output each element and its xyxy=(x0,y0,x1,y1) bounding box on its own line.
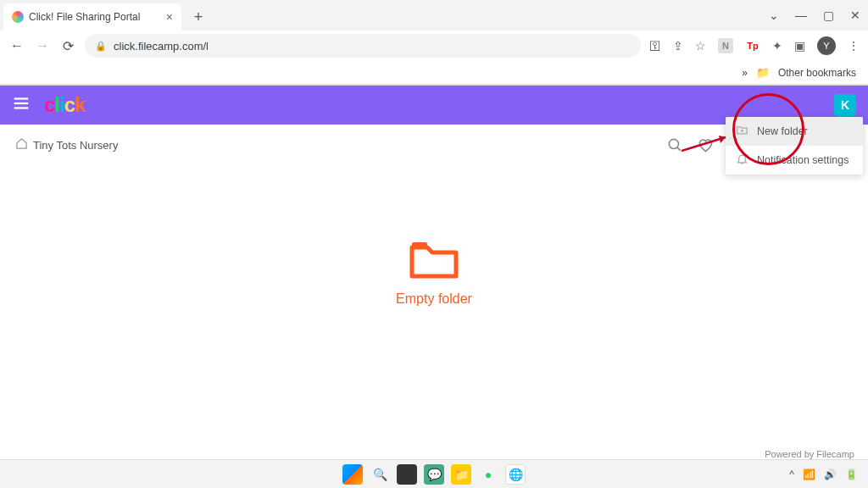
minimize-icon[interactable]: — xyxy=(795,8,807,22)
search-taskbar-icon[interactable]: 🔍 xyxy=(370,464,390,485)
browser-tab[interactable]: Click! File Sharing Portal × xyxy=(3,3,181,30)
breadcrumb[interactable]: Tiny Tots Nursery xyxy=(15,137,118,152)
chrome-icon[interactable]: 🌐 xyxy=(505,464,526,485)
new-folder-icon xyxy=(736,124,748,139)
svg-line-4 xyxy=(677,147,681,150)
menu-label: New folder xyxy=(757,125,808,137)
windows-taskbar: 🔍 💬 📁 ● 🌐 ^ 📶 🔊 🔋 xyxy=(0,459,868,488)
start-icon[interactable] xyxy=(342,464,363,485)
star-icon[interactable]: ☆ xyxy=(695,39,706,53)
explorer-icon[interactable]: 📁 xyxy=(451,464,471,485)
wifi-icon[interactable]: 📶 xyxy=(803,469,815,480)
main-empty-state: Empty folder xyxy=(0,154,868,447)
empty-folder-label: Empty folder xyxy=(396,291,472,307)
other-bookmarks[interactable]: Other bookmarks xyxy=(778,67,856,79)
taskbar-center: 🔍 💬 📁 ● 🌐 xyxy=(342,464,526,485)
bookmark-bar: » 📁 Other bookmarks xyxy=(0,61,868,85)
menu-item-notification-settings[interactable]: Notification settings xyxy=(726,146,863,175)
volume-icon[interactable]: 🔊 xyxy=(824,469,837,480)
new-tab-button[interactable]: + xyxy=(186,5,210,29)
more-bookmarks-icon[interactable]: » xyxy=(742,67,748,79)
browser-chrome: Click! File Sharing Portal × + ⌄ — ▢ ✕ ←… xyxy=(0,0,868,86)
profile-avatar[interactable]: Y xyxy=(817,36,836,55)
search-icon[interactable] xyxy=(667,137,686,153)
taskview-icon[interactable] xyxy=(397,464,417,485)
tab-favicon-icon xyxy=(12,11,24,23)
folder-icon: 📁 xyxy=(756,66,770,79)
footer-text[interactable]: Powered by Filecamp xyxy=(765,449,854,459)
key-icon[interactable]: ⚿ xyxy=(649,39,661,53)
extension-icon-2[interactable]: Tp xyxy=(745,38,760,53)
taskbar-tray: ^ 📶 🔊 🔋 xyxy=(789,469,858,480)
chevron-down-icon[interactable]: ⌄ xyxy=(768,8,780,22)
battery-icon[interactable]: 🔋 xyxy=(845,469,858,480)
back-button[interactable]: ← xyxy=(8,38,25,53)
tab-title: Click! File Sharing Portal xyxy=(29,11,140,23)
tray-chevron-icon[interactable]: ^ xyxy=(789,469,794,480)
address-row: ← → ⟳ 🔒 click.filecamp.com/l ⚿ ⇪ ☆ N Tp … xyxy=(0,30,868,61)
forward-button[interactable]: → xyxy=(34,38,51,53)
svg-point-3 xyxy=(669,139,678,148)
whatsapp-icon[interactable]: ● xyxy=(478,464,498,485)
url-text: click.filecamp.com/l xyxy=(114,40,209,53)
empty-folder-icon xyxy=(409,239,459,280)
tab-row: Click! File Sharing Portal × + ⌄ — ▢ ✕ xyxy=(0,0,868,30)
menu-label: Notification settings xyxy=(757,154,849,166)
lock-icon: 🔒 xyxy=(95,41,107,52)
share-icon[interactable]: ⇪ xyxy=(673,39,683,53)
puzzle-icon[interactable]: ✦ xyxy=(772,39,782,53)
address-bar[interactable]: 🔒 click.filecamp.com/l xyxy=(85,34,641,58)
user-badge[interactable]: K xyxy=(834,94,856,116)
close-icon[interactable]: × xyxy=(166,10,173,24)
window-controls: ⌄ — ▢ ✕ xyxy=(768,0,861,30)
reload-button[interactable]: ⟳ xyxy=(59,38,76,54)
chat-icon[interactable]: 💬 xyxy=(424,464,444,485)
maximize-icon[interactable]: ▢ xyxy=(822,8,834,22)
extension-icon-1[interactable]: N xyxy=(718,38,733,53)
hamburger-menu-icon[interactable] xyxy=(12,94,31,116)
window-icon[interactable]: ▣ xyxy=(794,39,805,53)
bell-icon xyxy=(736,152,748,168)
heart-icon[interactable] xyxy=(698,137,716,153)
browser-action-icons: ⚿ ⇪ ☆ N Tp ✦ ▣ Y ⋮ xyxy=(649,36,860,55)
kebab-menu-icon[interactable]: ⋮ xyxy=(848,39,860,53)
close-window-icon[interactable]: ✕ xyxy=(849,8,861,22)
context-menu: New folder Notification settings xyxy=(726,117,863,175)
menu-item-new-folder[interactable]: New folder xyxy=(726,117,863,146)
app-logo[interactable]: click xyxy=(44,93,85,117)
svg-rect-12 xyxy=(412,242,427,249)
home-icon xyxy=(15,137,28,152)
breadcrumb-root: Tiny Tots Nursery xyxy=(33,139,118,152)
